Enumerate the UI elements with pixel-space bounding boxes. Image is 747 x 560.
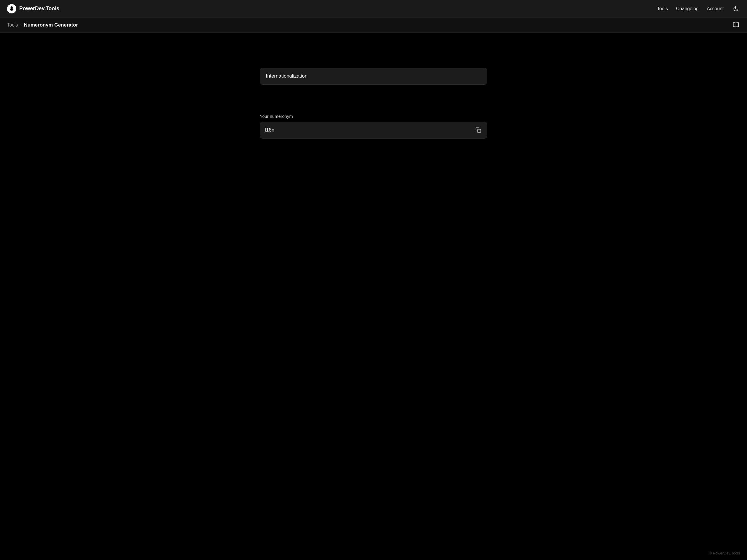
- result-section: Your numeronym I18n: [260, 114, 487, 138]
- breadcrumb-current-page: Numeronym Generator: [24, 22, 78, 28]
- theme-toggle-button[interactable]: [732, 5, 740, 13]
- main-content: Your numeronym I18n: [0, 33, 747, 156]
- nav-account-link[interactable]: Account: [707, 6, 724, 11]
- navbar-left: PowerDev.Tools: [7, 4, 59, 14]
- result-box: I18n: [260, 122, 487, 138]
- breadcrumb: Tools › Numeronym Generator: [7, 22, 78, 28]
- breadcrumb-tools[interactable]: Tools: [7, 23, 18, 28]
- copy-button[interactable]: [474, 126, 482, 134]
- breadcrumb-right: [732, 21, 740, 29]
- result-value: I18n: [265, 127, 274, 133]
- footer-text: © PowerDev.Tools: [709, 551, 740, 555]
- input-section: [260, 68, 487, 85]
- navbar-right: Tools Changelog Account: [657, 5, 740, 13]
- book-icon[interactable]: [732, 21, 740, 29]
- svg-rect-0: [478, 130, 481, 133]
- word-input[interactable]: [260, 68, 487, 85]
- logo-icon: [7, 4, 16, 14]
- result-label: Your numeronym: [260, 114, 487, 119]
- navbar: PowerDev.Tools Tools Changelog Account: [0, 0, 747, 18]
- brand-name: PowerDev.Tools: [19, 5, 59, 12]
- breadcrumb-separator: ›: [20, 23, 22, 27]
- nav-tools-link[interactable]: Tools: [657, 6, 668, 11]
- nav-changelog-link[interactable]: Changelog: [676, 6, 699, 11]
- footer: © PowerDev.Tools: [709, 551, 740, 555]
- breadcrumb-bar: Tools › Numeronym Generator: [0, 18, 747, 33]
